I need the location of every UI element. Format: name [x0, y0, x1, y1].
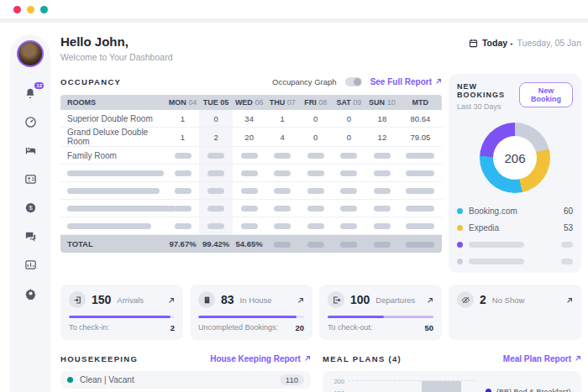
table-row: Family Room — [60, 147, 442, 165]
occupancy-graph-toggle[interactable] — [345, 77, 362, 86]
sidebar-item-reports[interactable] — [23, 257, 38, 272]
dashboard-gauge-icon — [24, 116, 37, 128]
meal-plans-title: MEAL PLANS (4) — [323, 354, 402, 363]
table-row: Grand Deluxe Double Room 1 2 20 4 0 0 12… — [60, 128, 442, 147]
sidebar-item-payments[interactable]: $ — [23, 200, 38, 215]
bookings-donut: 206 — [480, 123, 550, 193]
no-show-value: 2 — [480, 293, 486, 306]
page-header: Hello John, Welcome to Your Dashboard To… — [60, 34, 581, 62]
legend-item: Expedia 53 — [457, 223, 573, 233]
total-row: TOTAL 97.67% 99.42% 54.65% — [60, 235, 442, 253]
in-house-card: 83 In House Uncompleted Bookings: 20 — [190, 285, 312, 340]
sidebar-item-notifications[interactable]: 12 — [23, 86, 38, 101]
list-item: Clean | Vacant 110 — [60, 371, 311, 389]
avatar[interactable] — [17, 40, 44, 67]
departures-value: 100 — [350, 293, 370, 306]
legend-item-masked — [457, 257, 573, 266]
table-row-masked — [60, 165, 442, 182]
notification-badge: 12 — [34, 82, 44, 89]
occupancy-title: OCCUPANCY — [60, 77, 121, 86]
app-window: 12 $ — [0, 0, 588, 392]
housekeeping-title: HOUSEKEEPING — [60, 354, 138, 363]
stats-row: 150 Arrivals To check-in: 2 83 In House — [60, 285, 581, 340]
donut-total: 206 — [504, 151, 525, 165]
arrivals-footer-label: To check-in: — [69, 323, 109, 332]
sidebar: 12 $ — [10, 34, 50, 392]
arrow-up-right-icon — [297, 297, 304, 304]
legend-item: Booking.com 60 — [457, 206, 573, 216]
legend-dot — [457, 242, 463, 248]
in-house-link[interactable] — [297, 292, 304, 307]
bed-icon — [24, 144, 37, 157]
new-bookings-subtitle: Last 30 Days — [457, 102, 519, 111]
in-house-progress — [198, 316, 304, 318]
legend-dot — [486, 389, 491, 392]
date-prefix: Today - — [482, 38, 513, 48]
occupancy-section: OCCUPANCY Occupancy Graph See Full Repor… — [60, 74, 442, 273]
table-row: Superior Double Room 1 0 34 1 0 0 18 80.… — [60, 110, 442, 128]
window-minimize-button[interactable] — [27, 6, 34, 13]
in-house-footer-value: 20 — [295, 323, 304, 332]
departures-progress — [328, 316, 433, 318]
in-house-label: In House — [240, 295, 272, 305]
sidebar-item-messages[interactable] — [23, 228, 38, 243]
page-subtitle: Welcome to Your Dashboard — [60, 52, 172, 62]
window-zoom-button[interactable] — [40, 6, 48, 13]
arrow-up-right-icon — [566, 297, 573, 304]
toggle-knob — [354, 78, 361, 86]
new-booking-button[interactable]: New Booking — [519, 82, 573, 107]
chat-icon — [24, 230, 37, 243]
departures-card: 100 Departures To check-out: 50 — [319, 285, 442, 340]
arrow-up-right-icon — [435, 78, 442, 85]
arrivals-link[interactable] — [168, 292, 175, 307]
legend-dot — [457, 225, 463, 231]
booking-card-icon — [24, 173, 37, 186]
occupancy-graph-toggle-label: Occupancy Graph — [272, 77, 337, 86]
no-show-label: No Show — [492, 295, 525, 305]
sidebar-item-settings[interactable] — [23, 285, 38, 301]
date-value: Tuesday, 05 Jan — [517, 38, 581, 48]
housekeeping-report-link[interactable]: House Keeping Report — [210, 354, 311, 363]
arrow-up-right-icon — [575, 355, 581, 362]
calendar-icon — [469, 39, 478, 48]
meal-plan-report-link[interactable]: Meal Plan Report — [503, 354, 581, 363]
departures-link[interactable] — [427, 292, 433, 307]
gear-icon — [24, 287, 37, 300]
page-title: Hello John, — [60, 34, 172, 49]
departures-label: Departures — [375, 295, 415, 305]
legend-item: (BB) Bed & Breakfast) — [486, 388, 573, 392]
analytics-icon — [24, 259, 37, 271]
arrow-up-right-icon — [304, 355, 311, 362]
table-row-masked — [60, 182, 442, 200]
window-close-button[interactable] — [13, 6, 21, 13]
sidebar-item-dashboard[interactable] — [23, 114, 38, 129]
housekeeping-section: HOUSEKEEPING House Keeping Report Clean … — [60, 351, 311, 392]
sidebar-item-rooms[interactable] — [23, 143, 38, 158]
see-full-report-link[interactable]: See Full Report — [370, 77, 442, 86]
arrivals-label: Arrivals — [117, 295, 144, 305]
date-display: Today - Tuesday, 05 Jan — [469, 38, 581, 48]
arrow-up-right-icon — [168, 297, 175, 304]
arrivals-progress — [69, 316, 175, 318]
check-in-icon — [73, 295, 82, 305]
bookings-legend: Booking.com 60 Expedia 53 — [457, 206, 573, 266]
arrivals-card: 150 Arrivals To check-in: 2 — [60, 285, 183, 340]
new-bookings-panel: NEW BOOKINGS Last 30 Days New Booking 20… — [449, 74, 581, 273]
dollar-circle-icon: $ — [24, 201, 37, 214]
bell-icon — [24, 87, 36, 99]
occupancy-table-header: ROOMS MON 04 TUE 05 WED 06 THU 07 FRI 08… — [60, 95, 442, 110]
no-show-eye-off-icon — [461, 295, 470, 305]
occupancy-table: ROOMS MON 04 TUE 05 WED 06 THU 07 FRI 08… — [60, 95, 442, 253]
table-row-masked — [60, 217, 442, 235]
check-out-icon — [332, 295, 341, 305]
meal-plans-bar-chart: 200 150 100 50 0 Today Tomorrow — [331, 379, 479, 392]
housekeeping-clean-card: Clean | Vacant 110 — [60, 371, 311, 389]
sidebar-item-bookings[interactable] — [23, 171, 38, 186]
no-show-card: 2 No Show — [449, 285, 581, 340]
departures-footer-value: 50 — [424, 323, 433, 332]
arrow-up-right-icon — [427, 297, 433, 304]
no-show-link[interactable] — [566, 292, 573, 307]
meal-plans-section: MEAL PLANS (4) Meal Plan Report 200 150 … — [323, 351, 581, 392]
meal-plans-card: 200 150 100 50 0 Today Tomorrow — [323, 371, 581, 392]
in-house-icon — [202, 295, 212, 305]
